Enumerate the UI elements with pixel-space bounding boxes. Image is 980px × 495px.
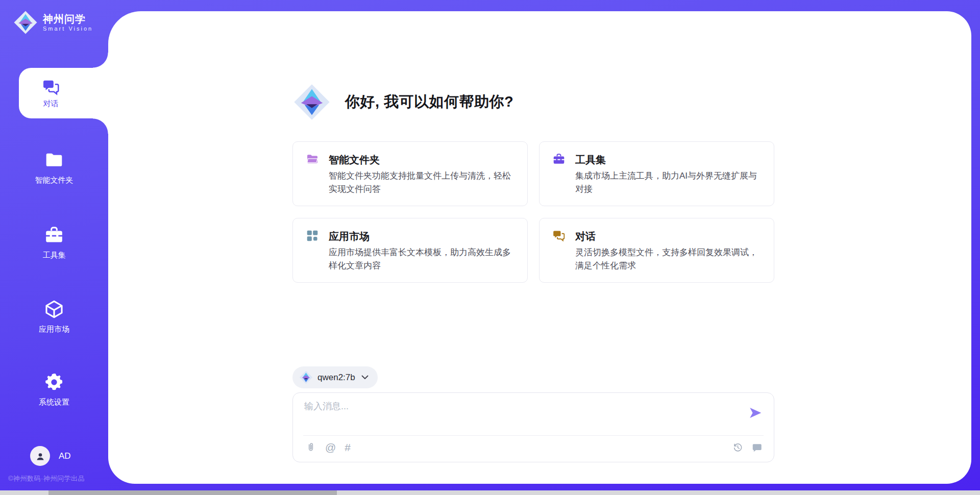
folder-icon — [306, 153, 319, 166]
sidebar-item-chat[interactable]: 对话 — [19, 68, 108, 118]
app-screen: 神州问学 Smart Vision 对话 智能文件夹 — [0, 0, 980, 495]
sidebar-item-toolset[interactable]: 工具集 — [0, 225, 108, 260]
chevron-down-icon — [361, 375, 369, 380]
horizontal-scrollbar[interactable] — [0, 490, 980, 495]
send-icon[interactable] — [748, 406, 763, 420]
card-chat[interactable]: 对话 灵活切换多模型文件，支持多样回复效果调试，满足个性化需求 — [539, 218, 774, 283]
hashtag-icon[interactable]: # — [345, 442, 351, 453]
chat-bubble-icon[interactable] — [751, 442, 763, 453]
sidebar-item-label: 智能文件夹 — [0, 176, 108, 185]
card-title: 工具集 — [575, 153, 606, 167]
mention-icon[interactable]: @ — [325, 442, 336, 453]
composer-tools-left: @ # — [305, 442, 351, 453]
sidebar-item-app-market[interactable]: 应用市场 — [0, 299, 108, 334]
user-name: AD — [59, 451, 71, 461]
scrollbar-thumb[interactable] — [48, 490, 337, 495]
gear-icon — [44, 372, 64, 392]
sidebar-item-label: 系统设置 — [0, 398, 108, 407]
card-description: 灵活切换多模型文件，支持多样回复效果调试，满足个性化需求 — [575, 246, 763, 273]
greeting-diamond-logo-icon — [293, 83, 331, 121]
sidebar-footer-credit: ©神州数码·神州问学出品 — [8, 474, 85, 483]
model-diamond-logo-icon — [299, 370, 313, 384]
user-account[interactable]: AD — [30, 446, 71, 466]
sidebar-item-settings[interactable]: 系统设置 — [0, 372, 108, 407]
greeting: 你好, 我可以如何帮助你? — [293, 83, 513, 121]
toolbox-icon — [44, 225, 64, 245]
composer-tools-right — [732, 442, 763, 453]
paperclip-icon[interactable] — [305, 442, 316, 453]
composer-divider — [303, 435, 764, 436]
card-smart-folder[interactable]: 智能文件夹 智能文件夹功能支持批量文件上传与清洗，轻松实现文件问答 — [292, 141, 528, 206]
card-description: 集成市场上主流工具，助力AI与外界无缝扩展与对接 — [575, 169, 763, 196]
brand: 神州问学 Smart Vision — [13, 10, 93, 35]
chat-icon — [42, 78, 60, 96]
briefcase-icon — [552, 153, 566, 166]
card-title: 应用市场 — [329, 230, 370, 243]
history-icon[interactable] — [732, 442, 744, 453]
message-composer: @ # — [292, 392, 774, 462]
card-title: 智能文件夹 — [329, 153, 380, 167]
cube-icon — [44, 299, 64, 319]
sidebar-item-label: 对话 — [43, 99, 59, 109]
feature-cards: 智能文件夹 智能文件夹功能支持批量文件上传与清洗，轻松实现文件问答 工具集 集成… — [292, 141, 774, 283]
card-app-market[interactable]: 应用市场 应用市场提供丰富长文本模板，助力高效生成多样化文章内容 — [292, 218, 528, 283]
apps-grid-icon — [306, 229, 319, 242]
greeting-title: 你好, 我可以如何帮助你? — [345, 92, 513, 112]
card-description: 应用市场提供丰富长文本模板，助力高效生成多样化文章内容 — [329, 246, 517, 273]
sidebar-item-smart-folder[interactable]: 智能文件夹 — [0, 150, 108, 185]
model-selector[interactable]: qwen2:7b — [292, 366, 378, 388]
app-subtitle: Smart Vision — [43, 25, 93, 32]
active-tab-curve-top — [93, 53, 108, 68]
chat-icon — [552, 229, 566, 242]
sidebar-item-label: 工具集 — [0, 251, 108, 260]
folder-icon — [44, 150, 64, 170]
active-tab-curve-bottom — [93, 118, 108, 134]
model-name: qwen2:7b — [317, 373, 355, 383]
sidebar-item-label: 应用市场 — [0, 325, 108, 334]
card-toolset[interactable]: 工具集 集成市场上主流工具，助力AI与外界无缝扩展与对接 — [539, 141, 774, 206]
avatar — [30, 446, 50, 466]
card-title: 对话 — [575, 230, 596, 243]
brand-diamond-logo-icon — [13, 10, 38, 35]
app-title: 神州问学 — [43, 13, 93, 25]
card-description: 智能文件夹功能支持批量文件上传与清洗，轻松实现文件问答 — [329, 169, 517, 196]
message-input[interactable] — [304, 400, 733, 431]
